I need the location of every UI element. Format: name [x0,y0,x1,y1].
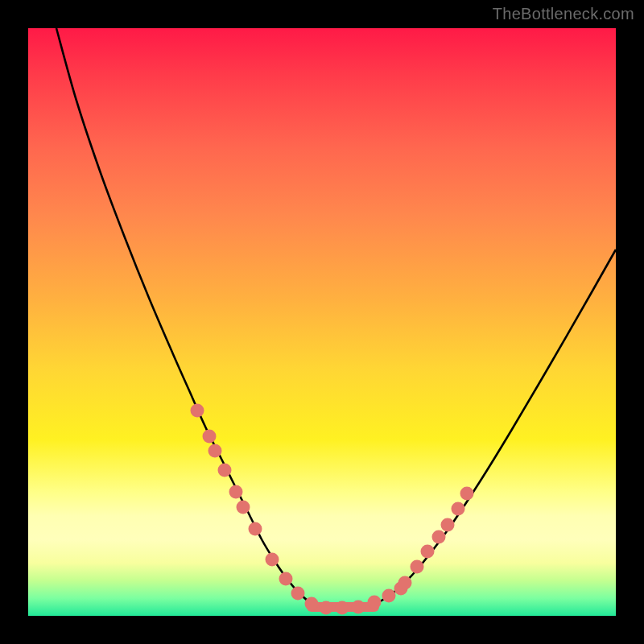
data-marker [352,601,365,614]
data-marker [218,464,232,477]
data-marker [411,560,424,574]
data-marker [191,404,204,418]
data-marker [432,530,446,544]
data-marker [208,444,222,458]
data-marker [398,576,412,590]
data-marker [291,587,305,601]
data-marker [249,522,262,536]
data-marker [279,572,293,586]
data-marker [460,487,474,501]
watermark-text: TheBottleneck.com [493,5,634,23]
data-marker [336,601,349,615]
data-marker [368,596,382,609]
data-marker [229,485,243,499]
data-marker [452,502,465,516]
data-marker [441,518,455,532]
curve-layer [28,28,616,616]
data-marker [266,553,279,567]
data-marker [382,589,396,603]
data-marker [203,430,217,444]
data-marker [305,597,319,611]
data-marker [320,601,333,615]
data-marker [237,501,250,514]
gradient-plot-area [28,28,616,616]
data-marker [421,545,435,559]
bottleneck-curve [56,28,616,608]
chart-frame: TheBottleneck.com [0,0,644,644]
